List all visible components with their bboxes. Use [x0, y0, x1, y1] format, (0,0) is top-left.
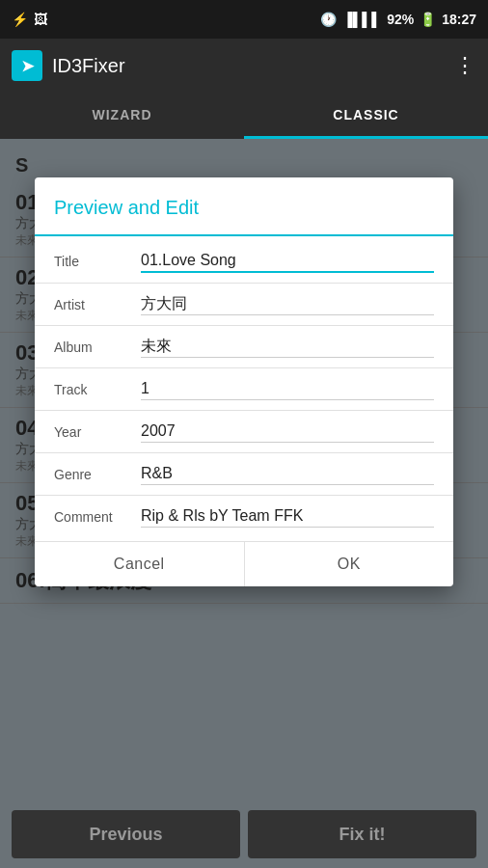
dialog-fields: Title Artist Album Track Year Genre: [35, 236, 453, 541]
genre-input[interactable]: [141, 463, 434, 485]
tab-bar: WIZARD CLASSIC: [0, 93, 488, 139]
track-label: Track: [54, 382, 141, 397]
battery-icon: 🔋: [420, 12, 436, 27]
title-label: Title: [54, 254, 141, 269]
clock-icon: 🕐: [320, 12, 337, 27]
year-field-row: Year: [35, 411, 453, 453]
track-field-row: Track: [35, 368, 453, 411]
tab-classic[interactable]: CLASSIC: [244, 93, 488, 139]
ok-button[interactable]: OK: [245, 542, 454, 586]
app-bar-left: ➤ ID3Fixer: [12, 50, 125, 81]
tab-wizard[interactable]: WIZARD: [0, 93, 244, 139]
artist-label: Artist: [54, 297, 141, 312]
status-left: ⚡ 🖼: [12, 12, 47, 27]
comment-input[interactable]: [141, 505, 434, 528]
artist-field-row: Artist: [35, 284, 453, 326]
year-label: Year: [54, 424, 141, 440]
comment-field-row: Comment: [35, 496, 453, 537]
app-bar: ➤ ID3Fixer ⋮: [0, 39, 488, 93]
album-field-row: Album: [35, 326, 453, 368]
battery-percent: 92%: [387, 12, 414, 27]
artist-input[interactable]: [141, 293, 434, 315]
app-logo-text: ➤: [21, 57, 34, 75]
app-icon: ➤: [12, 50, 42, 81]
time-display: 18:27: [442, 12, 476, 27]
overflow-menu-button[interactable]: ⋮: [454, 53, 476, 78]
app-title: ID3Fixer: [52, 55, 125, 77]
signal-icon: ▐▌▌▌: [342, 12, 381, 27]
album-label: Album: [54, 339, 141, 355]
album-input[interactable]: [141, 336, 434, 358]
cancel-button[interactable]: Cancel: [35, 542, 245, 586]
title-input[interactable]: [141, 250, 434, 273]
comment-label: Comment: [54, 509, 141, 525]
track-input[interactable]: [141, 378, 434, 400]
usb-icon: ⚡: [12, 12, 28, 27]
preview-edit-dialog: Preview and Edit Title Artist Album Trac…: [35, 177, 453, 586]
status-right: 🕐 ▐▌▌▌ 92% 🔋 18:27: [320, 12, 476, 27]
status-bar: ⚡ 🖼 🕐 ▐▌▌▌ 92% 🔋 18:27: [0, 0, 488, 39]
dialog-action-buttons: Cancel OK: [35, 541, 453, 586]
genre-label: Genre: [54, 467, 141, 482]
title-field-row: Title: [35, 240, 453, 284]
main-content: S 01. 方大同 未來 02. 方大同 未來 03. 方大同 未來 04. 方…: [0, 139, 488, 868]
dialog-title: Preview and Edit: [35, 177, 453, 236]
photo-icon: 🖼: [34, 12, 47, 27]
genre-field-row: Genre: [35, 453, 453, 496]
year-input[interactable]: [141, 420, 434, 443]
